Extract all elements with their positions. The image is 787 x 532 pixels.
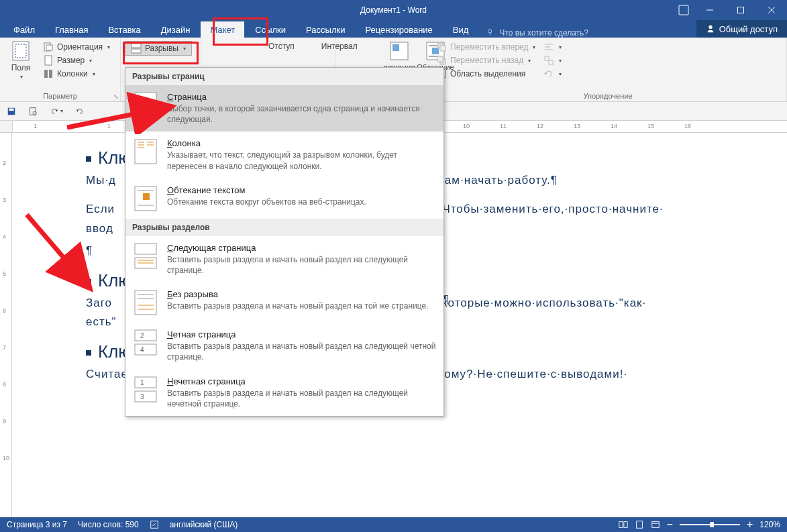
account-icon[interactable]	[673, 0, 694, 20]
breaks-dropdown: Разрывы страниц ССтраницатраницаВыбор то…	[125, 67, 444, 417]
web-layout-icon[interactable]	[651, 520, 660, 529]
svg-rect-49	[135, 140, 156, 164]
svg-rect-74	[135, 391, 156, 402]
break-page-item[interactable]: ССтраницатраницаВыбор точки, в которой з…	[125, 85, 443, 131]
page-setup-launcher[interactable]: ⤡	[113, 93, 119, 100]
svg-rect-13	[44, 70, 48, 78]
minimize-button[interactable]	[694, 0, 725, 20]
ribbon-tabs: Файл Главная Вставка Дизайн Макет Ссылки…	[0, 20, 787, 38]
break-evenpage-item[interactable]: 24 Четная страницаВставить разрыв раздел…	[125, 323, 443, 369]
tab-design[interactable]: Дизайн	[152, 21, 200, 38]
break-continuous-item[interactable]: Без разрываВставить разрыв раздела и нач…	[125, 282, 443, 323]
svg-rect-33	[549, 60, 553, 64]
tab-insert[interactable]: Вставка	[99, 21, 150, 38]
share-button[interactable]: Общий доступ	[696, 20, 787, 38]
window-title: Документ1 - Word	[360, 5, 427, 15]
redo-button[interactable]	[72, 105, 87, 117]
svg-text:3: 3	[140, 393, 144, 401]
zoom-level[interactable]: 120%	[759, 520, 780, 529]
svg-rect-32	[545, 56, 549, 60]
dropdown-section-page-breaks: Разрывы страниц	[125, 68, 443, 85]
tab-review[interactable]: Рецензирование	[356, 21, 441, 38]
send-backward-button[interactable]: Переместить назад▾	[433, 54, 538, 66]
svg-marker-34	[544, 72, 546, 75]
break-nextpage-item[interactable]: Следующая страницаВставить разрыв раздел…	[125, 236, 443, 282]
dropdown-section-section-breaks: Разрывы разделов	[125, 219, 443, 236]
group-button[interactable]: ▾	[541, 54, 564, 66]
svg-rect-26	[437, 56, 443, 62]
tab-references[interactable]: Ссылки	[246, 21, 295, 38]
vertical-ruler[interactable]: 2 3 4 5 6 7 8 9 10	[0, 133, 12, 517]
bring-forward-button[interactable]: Переместить вперед▾	[433, 41, 538, 53]
svg-rect-56	[143, 193, 150, 200]
status-page[interactable]: Страница 3 из 7	[7, 520, 67, 529]
svg-rect-45	[651, 522, 659, 528]
breaks-button[interactable]: Разрывы▾	[125, 41, 192, 56]
group-page-setup-label: Параметр	[4, 92, 116, 101]
status-bar: Страница 3 из 7 Число слов: 590 английск…	[0, 517, 787, 532]
svg-rect-12	[45, 56, 52, 65]
tab-home[interactable]: Главная	[46, 21, 97, 38]
break-column-item[interactable]: КолонкаУказывает, что текст, следующий з…	[125, 131, 443, 178]
svg-rect-63	[135, 290, 156, 315]
svg-rect-68	[135, 330, 156, 341]
zoom-out-button[interactable]: −	[667, 519, 673, 531]
print-preview-button[interactable]	[25, 105, 40, 117]
rotate-button[interactable]: ▾	[541, 68, 564, 80]
tell-me-search[interactable]: Что вы хотите сделать?	[479, 28, 595, 38]
status-language[interactable]: английский (США)	[170, 520, 238, 529]
svg-rect-11	[46, 45, 52, 50]
columns-button[interactable]: Колонки▾	[40, 68, 113, 80]
svg-text:2: 2	[140, 332, 144, 339]
save-button[interactable]	[4, 105, 19, 117]
align-button[interactable]: ▾	[541, 41, 564, 53]
zoom-slider[interactable]	[680, 524, 740, 525]
group-arrange-label: Упорядочение	[433, 92, 782, 101]
indent-label: Отступ	[268, 42, 295, 51]
svg-rect-48	[135, 107, 156, 117]
break-oddpage-item[interactable]: 13 Нечетная страницаВставить разрыв разд…	[125, 370, 443, 416]
svg-rect-47	[135, 93, 156, 103]
svg-rect-42	[619, 522, 622, 528]
svg-text:4: 4	[140, 346, 144, 354]
spell-check-icon[interactable]	[150, 520, 159, 529]
svg-rect-0	[679, 5, 688, 15]
close-button[interactable]	[756, 0, 787, 20]
svg-rect-43	[623, 522, 627, 528]
svg-marker-39	[56, 109, 58, 112]
svg-rect-14	[49, 70, 52, 78]
svg-point-7	[709, 25, 712, 29]
print-layout-icon[interactable]	[635, 520, 644, 529]
tab-view[interactable]: Вид	[443, 21, 478, 38]
tab-mailings[interactable]: Рассылки	[297, 21, 354, 38]
zoom-in-button[interactable]: +	[747, 519, 753, 531]
size-button[interactable]: Размер▾	[40, 54, 113, 66]
maximize-button[interactable]	[725, 0, 756, 20]
read-mode-icon[interactable]	[619, 520, 628, 529]
svg-rect-24	[440, 46, 445, 51]
svg-rect-2	[738, 7, 744, 13]
tab-layout[interactable]: Макет	[201, 21, 244, 38]
svg-rect-44	[636, 521, 642, 529]
svg-text:1: 1	[140, 379, 144, 386]
title-bar: Документ1 - Word	[0, 0, 787, 20]
svg-rect-72	[135, 377, 156, 388]
tab-file[interactable]: Файл	[4, 21, 44, 38]
svg-rect-16	[132, 49, 141, 53]
svg-marker-40	[76, 109, 79, 112]
undo-button[interactable]: ▾	[47, 105, 66, 117]
selection-pane-button[interactable]: Область выделения	[433, 68, 538, 80]
svg-rect-18	[392, 44, 399, 51]
svg-rect-70	[135, 344, 156, 355]
status-word-count[interactable]: Число слов: 590	[78, 520, 139, 529]
orientation-button[interactable]: Ориентация▾	[40, 41, 113, 53]
svg-rect-36	[9, 108, 14, 111]
margins-button[interactable]: Поля▾	[4, 39, 38, 81]
svg-rect-15	[132, 44, 141, 48]
break-textwrap-item[interactable]: Обтекание текстомОбтекание текста вокруг…	[125, 178, 443, 219]
svg-rect-59	[135, 244, 156, 254]
